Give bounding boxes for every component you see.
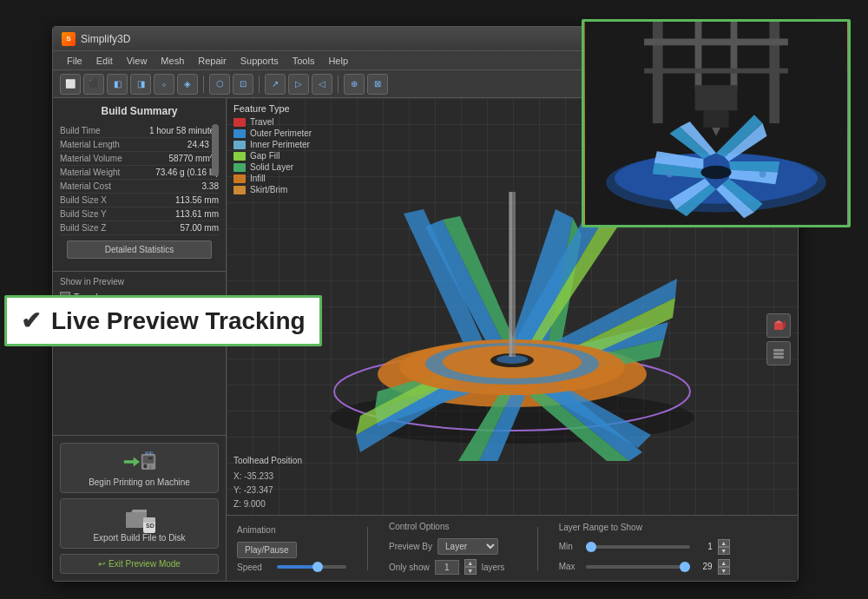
- export-build-button[interactable]: SD Export Build File to Disk: [60, 498, 219, 549]
- toolbar-btn-7[interactable]: ⬡: [209, 74, 230, 95]
- detailed-stats-button[interactable]: Detailed Statistics: [67, 240, 212, 259]
- stat-mat-cost: Material Cost 3.38: [60, 180, 219, 194]
- menu-file[interactable]: File: [60, 54, 89, 68]
- build-summary-title: Build Summary: [60, 105, 219, 117]
- preview-by-select[interactable]: Layer: [437, 538, 498, 555]
- svg-marker-22: [783, 320, 786, 330]
- menu-mesh[interactable]: Mesh: [154, 54, 191, 68]
- min-slider[interactable]: [586, 545, 690, 549]
- svg-point-40: [760, 171, 766, 178]
- only-show-label: Only show: [389, 563, 430, 572]
- begin-printing-icon: WiFi: [122, 449, 157, 475]
- stat-build-time: Build Time 1 hour 58 minutes: [60, 124, 219, 138]
- exit-preview-button[interactable]: ↩ Exit Preview Mode: [60, 554, 219, 574]
- layer-range-group: Layer Range to Show Min 1 ▲ ▼ Max 29: [559, 523, 730, 575]
- svg-rect-5: [148, 465, 151, 470]
- speed-slider[interactable]: [277, 565, 346, 569]
- menu-supports[interactable]: Supports: [233, 54, 286, 68]
- toolbar-btn-11[interactable]: ◁: [312, 74, 332, 95]
- svg-marker-0: [123, 457, 139, 467]
- toolbar-btn-4[interactable]: ◨: [130, 74, 151, 95]
- svg-rect-32: [644, 69, 788, 74]
- scrollbar-thumb[interactable]: [212, 124, 219, 176]
- max-value: 29: [695, 562, 713, 571]
- menu-repair[interactable]: Repair: [191, 54, 233, 68]
- animation-title: Animation: [237, 525, 346, 535]
- only-show-spinners: ▲ ▼: [464, 559, 477, 575]
- begin-printing-button[interactable]: WiFi Begin Printing on Machine: [60, 443, 219, 493]
- toolbar-btn-1[interactable]: ⬜: [60, 74, 81, 95]
- toolhead-y: Y: -23.347: [233, 484, 302, 497]
- strip-btn-layers[interactable]: [766, 341, 791, 365]
- export-build-label: Export Build File to Disk: [93, 533, 185, 543]
- toolbar-btn-12[interactable]: ⊕: [344, 74, 365, 95]
- printer-icon-svg: WiFi: [122, 448, 157, 476]
- min-label: Min: [559, 542, 581, 551]
- only-show-input[interactable]: [435, 560, 459, 575]
- toolbar-btn-3[interactable]: ◧: [107, 74, 128, 95]
- legend-travel: Travel: [233, 117, 312, 127]
- live-preview-tracking-box: ✔ Live Preview Tracking: [4, 295, 322, 346]
- menu-tools[interactable]: Tools: [286, 54, 322, 68]
- bottom-controls: Animation Play/Pause Speed Control: [227, 515, 798, 581]
- legend-color-solid-layer: [233, 163, 246, 172]
- control-options-title: Control Options: [389, 522, 516, 531]
- build-summary: Build Summary Build Time 1 hour 58 minut…: [53, 98, 226, 272]
- min-range-row: Min 1 ▲ ▼: [559, 539, 730, 555]
- show-in-preview-label: Show in Preview: [60, 277, 219, 286]
- play-pause-button[interactable]: Play/Pause: [237, 542, 297, 558]
- toolhead-position: Toolhead Position X: -35.233 Y: -23.347 …: [233, 454, 302, 511]
- only-show-up[interactable]: ▲: [464, 559, 477, 567]
- max-slider[interactable]: [586, 565, 690, 569]
- controls-separator-2: [537, 527, 538, 570]
- speed-label: Speed: [237, 563, 272, 572]
- svg-point-38: [700, 166, 731, 180]
- app-icon: S: [62, 32, 76, 46]
- menu-edit[interactable]: Edit: [89, 54, 120, 68]
- svg-rect-19: [510, 192, 512, 357]
- legend-color-travel: [233, 118, 246, 127]
- cube-icon: [772, 319, 786, 332]
- only-show-down[interactable]: ▼: [464, 567, 477, 575]
- strip-btn-cube[interactable]: [766, 313, 791, 338]
- toolbar-btn-13[interactable]: ⊠: [367, 74, 388, 95]
- svg-text:WiFi: WiFi: [145, 451, 153, 456]
- max-down[interactable]: ▼: [718, 567, 730, 575]
- preview-by-label: Preview By: [389, 542, 432, 551]
- export-build-icon: SD: [122, 504, 157, 530]
- toolbar-btn-9[interactable]: ↗: [265, 74, 286, 95]
- legend-inner-perimeter: Inner Perimeter: [233, 140, 312, 149]
- svg-marker-21: [774, 320, 783, 323]
- toolbar-btn-5[interactable]: ⬦: [154, 74, 174, 95]
- sd-card-icon-svg: SD: [124, 502, 155, 533]
- toolbar-sep-3: [338, 76, 339, 93]
- min-value: 1: [695, 542, 713, 551]
- max-range-row: Max 29 ▲ ▼: [559, 559, 730, 575]
- svg-rect-30: [731, 22, 738, 89]
- svg-rect-33: [695, 85, 738, 110]
- svg-rect-34: [703, 110, 728, 128]
- toolbar-btn-2[interactable]: ⬛: [83, 74, 104, 95]
- stat-size-z: Build Size Z 57.00 mm: [60, 221, 219, 235]
- exit-preview-arrow-icon: ↩: [98, 559, 105, 569]
- toolbar-btn-8[interactable]: ⊡: [233, 74, 253, 95]
- svg-rect-20: [774, 323, 783, 330]
- menu-view[interactable]: View: [120, 54, 155, 68]
- min-down[interactable]: ▼: [718, 547, 730, 555]
- toolbar-btn-10[interactable]: ▷: [288, 74, 309, 95]
- control-options-group: Control Options Preview By Layer Only sh…: [389, 522, 516, 575]
- layer-range-title: Layer Range to Show: [559, 523, 730, 532]
- play-pause-row: Play/Pause: [237, 542, 346, 558]
- min-spinners: ▲ ▼: [718, 539, 730, 555]
- max-label: Max: [559, 562, 581, 571]
- toolbar-btn-6[interactable]: ◈: [177, 74, 198, 95]
- svg-rect-23: [773, 349, 784, 352]
- toolhead-z: Z: 9.000: [233, 497, 302, 511]
- min-up[interactable]: ▲: [718, 539, 730, 547]
- layers-icon: [772, 346, 786, 360]
- toolhead-position-title: Toolhead Position: [233, 454, 302, 468]
- animation-group: Animation Play/Pause Speed: [237, 525, 346, 572]
- menu-help[interactable]: Help: [321, 54, 355, 68]
- max-up[interactable]: ▲: [718, 559, 730, 567]
- svg-rect-24: [773, 352, 784, 355]
